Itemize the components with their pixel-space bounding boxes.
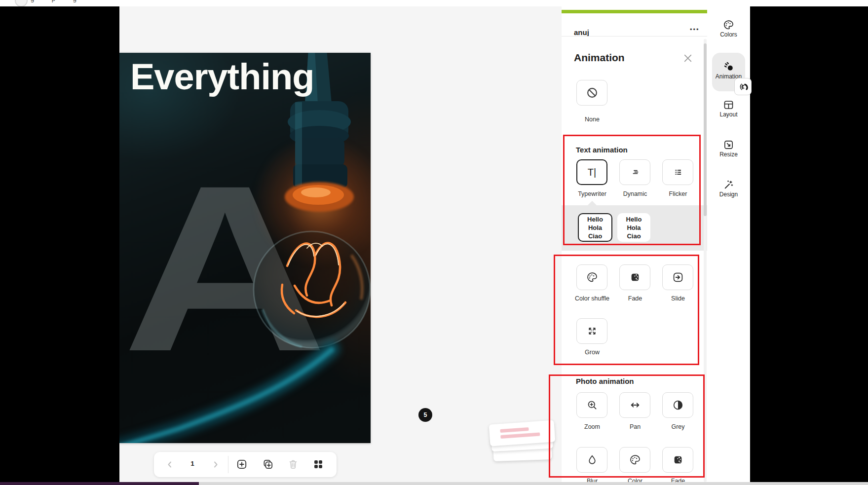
thumbnail-text-line	[500, 427, 528, 433]
add-page-icon	[236, 458, 248, 470]
avatar	[15, 0, 28, 6]
magic-wand-icon	[723, 179, 734, 190]
page-number: 1	[185, 460, 200, 467]
page-toolbar: 1	[154, 452, 337, 477]
bottom-edge-strip	[0, 482, 868, 485]
annotation-box-photo-animation	[549, 374, 705, 478]
duplicate-icon	[262, 458, 274, 470]
add-page-button[interactable]	[236, 458, 248, 470]
trash-icon	[287, 458, 299, 470]
rail-label: Resize	[707, 151, 750, 158]
next-page-button[interactable]	[210, 458, 222, 470]
rail-item-resize[interactable]: Resize	[707, 139, 750, 158]
chevron-right-icon	[215, 462, 217, 467]
annotation-box-text-animation	[563, 135, 701, 245]
top-bar: g p g	[0, 0, 868, 6]
chevron-left-icon	[169, 462, 171, 467]
previous-page-button[interactable]	[164, 458, 176, 470]
poster-headline: Everything	[130, 59, 314, 95]
more-options-button[interactable]: •••	[690, 26, 700, 33]
animation-none-button[interactable]	[576, 80, 607, 106]
none-icon	[586, 86, 599, 99]
resize-icon	[723, 139, 734, 150]
delete-page-button[interactable]	[287, 458, 299, 470]
panel-scrollbar-thumb[interactable]	[704, 43, 707, 216]
document-owner: anuj	[574, 28, 589, 37]
rail-label: Colors	[707, 31, 750, 38]
page-count-badge: 5	[418, 408, 432, 422]
rail-item-design[interactable]: Design	[707, 179, 750, 198]
grid-view-button[interactable]	[312, 458, 324, 470]
header-divider	[562, 36, 707, 37]
layout-icon	[723, 99, 734, 111]
partial-glyphs: g p g	[31, 0, 84, 2]
animation-none-label: None	[568, 116, 616, 123]
poster-page[interactable]: A	[119, 53, 371, 443]
panel-title: Animation	[574, 52, 625, 64]
stack-card-top	[489, 420, 556, 446]
rail-item-layout[interactable]: Layout	[707, 99, 750, 118]
annotation-box-general-animation	[554, 255, 699, 365]
palette-icon	[723, 19, 734, 31]
fade2-label: Fade	[654, 478, 702, 482]
color-label: Color	[611, 478, 659, 482]
thumbnail-text-line	[500, 432, 540, 439]
lightbulb-photo	[119, 53, 371, 443]
rail-item-animation[interactable]: Animation	[707, 61, 750, 80]
app-screen: g p g A	[0, 0, 868, 485]
grid-icon	[312, 458, 324, 470]
phone-waves-icon	[738, 82, 748, 92]
duplicate-page-button[interactable]	[262, 458, 274, 470]
left-black-region	[0, 6, 119, 482]
tool-rail: Colors Animation Layout Resize Design	[707, 6, 750, 482]
close-panel-button[interactable]	[684, 54, 692, 62]
rail-item-colors[interactable]: Colors	[707, 19, 750, 38]
right-black-region	[750, 6, 868, 482]
animation-icon	[723, 61, 735, 73]
bottom-strip-accent	[0, 482, 199, 485]
rail-label: Design	[707, 191, 750, 198]
rail-label: Layout	[707, 111, 750, 118]
close-icon	[684, 54, 692, 62]
design-canvas: A	[119, 6, 562, 482]
read-aloud-button[interactable]	[734, 78, 752, 95]
panel-accent-bar	[562, 10, 707, 13]
toolbar-divider	[228, 456, 228, 473]
blur-label: Blur	[568, 478, 616, 482]
